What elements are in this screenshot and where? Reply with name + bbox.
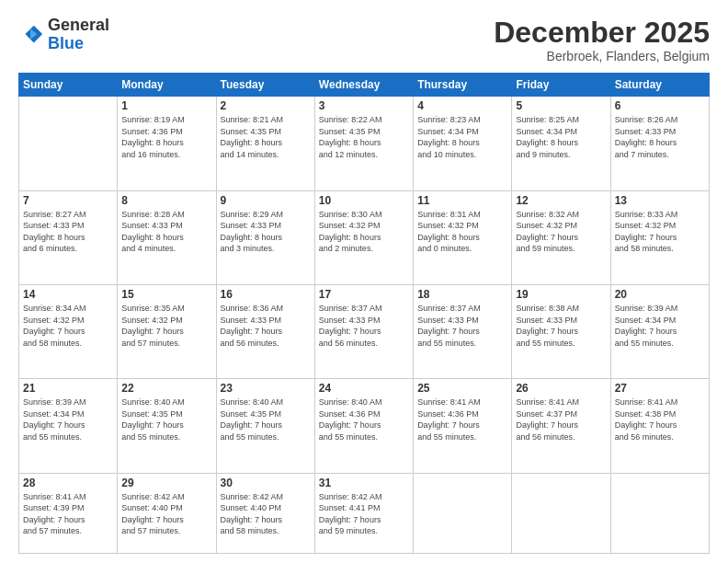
table-row: 19Sunrise: 8:38 AM Sunset: 4:33 PM Dayli… — [512, 284, 610, 378]
day-info: Sunrise: 8:41 AM Sunset: 4:36 PM Dayligh… — [417, 396, 507, 442]
header-sunday: Sunday — [19, 74, 118, 97]
title-block: December 2025 Berbroek, Flanders, Belgiu… — [494, 17, 710, 63]
day-info: Sunrise: 8:22 AM Sunset: 4:35 PM Dayligh… — [319, 114, 409, 160]
table-row: 3Sunrise: 8:22 AM Sunset: 4:35 PM Daylig… — [314, 97, 413, 190]
day-number: 24 — [319, 382, 409, 395]
table-row: 20Sunrise: 8:39 AM Sunset: 4:34 PM Dayli… — [610, 284, 709, 378]
header-wednesday: Wednesday — [314, 74, 413, 97]
day-info: Sunrise: 8:21 AM Sunset: 4:35 PM Dayligh… — [221, 114, 311, 160]
calendar-table: Sunday Monday Tuesday Wednesday Thursday… — [18, 73, 710, 554]
day-info: Sunrise: 8:40 AM Sunset: 4:36 PM Dayligh… — [319, 396, 409, 442]
table-row: 21Sunrise: 8:39 AM Sunset: 4:34 PM Dayli… — [19, 379, 118, 473]
day-info: Sunrise: 8:37 AM Sunset: 4:33 PM Dayligh… — [417, 303, 507, 349]
day-number: 2 — [221, 99, 311, 112]
day-info: Sunrise: 8:32 AM Sunset: 4:32 PM Dayligh… — [516, 209, 606, 255]
day-number: 18 — [417, 288, 507, 301]
table-row: 9Sunrise: 8:29 AM Sunset: 4:33 PM Daylig… — [216, 190, 314, 284]
day-info: Sunrise: 8:40 AM Sunset: 4:35 PM Dayligh… — [121, 396, 211, 442]
day-number: 20 — [615, 288, 705, 301]
table-row: 22Sunrise: 8:40 AM Sunset: 4:35 PM Dayli… — [118, 379, 216, 473]
page: General Blue December 2025 Berbroek, Fla… — [0, 0, 728, 563]
table-row: 10Sunrise: 8:30 AM Sunset: 4:32 PM Dayli… — [314, 190, 413, 284]
day-number: 28 — [23, 477, 113, 489]
table-row — [610, 473, 709, 553]
calendar-week-row: 14Sunrise: 8:34 AM Sunset: 4:32 PM Dayli… — [19, 284, 710, 378]
table-row: 30Sunrise: 8:42 AM Sunset: 4:40 PM Dayli… — [216, 473, 314, 553]
day-info: Sunrise: 8:19 AM Sunset: 4:36 PM Dayligh… — [121, 114, 211, 160]
header-tuesday: Tuesday — [216, 74, 314, 97]
day-info: Sunrise: 8:29 AM Sunset: 4:33 PM Dayligh… — [221, 209, 311, 255]
table-row: 7Sunrise: 8:27 AM Sunset: 4:33 PM Daylig… — [19, 190, 118, 284]
logo: General Blue — [18, 17, 109, 53]
day-info: Sunrise: 8:36 AM Sunset: 4:33 PM Dayligh… — [221, 303, 311, 349]
logo-general: General — [48, 17, 109, 35]
day-info: Sunrise: 8:27 AM Sunset: 4:33 PM Dayligh… — [23, 209, 113, 255]
day-number: 21 — [23, 382, 113, 395]
day-info: Sunrise: 8:26 AM Sunset: 4:33 PM Dayligh… — [615, 114, 705, 160]
day-number: 15 — [121, 288, 211, 301]
calendar-week-row: 21Sunrise: 8:39 AM Sunset: 4:34 PM Dayli… — [19, 379, 710, 473]
table-row: 8Sunrise: 8:28 AM Sunset: 4:33 PM Daylig… — [118, 190, 216, 284]
table-row: 1Sunrise: 8:19 AM Sunset: 4:36 PM Daylig… — [118, 97, 216, 190]
day-info: Sunrise: 8:42 AM Sunset: 4:41 PM Dayligh… — [319, 491, 409, 537]
table-row: 4Sunrise: 8:23 AM Sunset: 4:34 PM Daylig… — [414, 97, 512, 190]
day-number: 25 — [417, 382, 507, 395]
day-info: Sunrise: 8:31 AM Sunset: 4:32 PM Dayligh… — [417, 209, 507, 255]
table-row: 6Sunrise: 8:26 AM Sunset: 4:33 PM Daylig… — [610, 97, 709, 190]
header-monday: Monday — [118, 74, 216, 97]
table-row: 14Sunrise: 8:34 AM Sunset: 4:32 PM Dayli… — [19, 284, 118, 378]
day-info: Sunrise: 8:40 AM Sunset: 4:35 PM Dayligh… — [221, 396, 311, 442]
header-thursday: Thursday — [414, 74, 512, 97]
generalblue-icon — [18, 22, 44, 48]
day-info: Sunrise: 8:23 AM Sunset: 4:34 PM Dayligh… — [417, 114, 507, 160]
logo-blue: Blue — [48, 35, 109, 53]
table-row: 23Sunrise: 8:40 AM Sunset: 4:35 PM Dayli… — [216, 379, 314, 473]
day-number: 11 — [417, 194, 507, 207]
table-row: 11Sunrise: 8:31 AM Sunset: 4:32 PM Dayli… — [414, 190, 512, 284]
day-info: Sunrise: 8:42 AM Sunset: 4:40 PM Dayligh… — [121, 491, 211, 537]
day-number: 29 — [121, 477, 211, 489]
day-number: 16 — [221, 288, 311, 301]
table-row: 17Sunrise: 8:37 AM Sunset: 4:33 PM Dayli… — [314, 284, 413, 378]
header: General Blue December 2025 Berbroek, Fla… — [18, 17, 710, 63]
header-friday: Friday — [512, 74, 610, 97]
day-number: 13 — [615, 194, 705, 207]
table-row: 24Sunrise: 8:40 AM Sunset: 4:36 PM Dayli… — [314, 379, 413, 473]
table-row: 16Sunrise: 8:36 AM Sunset: 4:33 PM Dayli… — [216, 284, 314, 378]
day-number: 12 — [516, 194, 606, 207]
month-title: December 2025 — [494, 17, 710, 49]
calendar-week-row: 7Sunrise: 8:27 AM Sunset: 4:33 PM Daylig… — [19, 190, 710, 284]
day-number: 23 — [221, 382, 311, 395]
day-info: Sunrise: 8:35 AM Sunset: 4:32 PM Dayligh… — [121, 303, 211, 349]
day-info: Sunrise: 8:33 AM Sunset: 4:32 PM Dayligh… — [615, 209, 705, 255]
day-number: 3 — [319, 99, 409, 112]
day-number: 10 — [319, 194, 409, 207]
table-row — [19, 97, 118, 190]
table-row: 31Sunrise: 8:42 AM Sunset: 4:41 PM Dayli… — [314, 473, 413, 553]
table-row: 12Sunrise: 8:32 AM Sunset: 4:32 PM Dayli… — [512, 190, 610, 284]
weekday-header-row: Sunday Monday Tuesday Wednesday Thursday… — [19, 74, 710, 97]
table-row: 2Sunrise: 8:21 AM Sunset: 4:35 PM Daylig… — [216, 97, 314, 190]
location: Berbroek, Flanders, Belgium — [494, 49, 710, 63]
day-info: Sunrise: 8:37 AM Sunset: 4:33 PM Dayligh… — [319, 303, 409, 349]
day-number: 19 — [516, 288, 606, 301]
day-number: 30 — [221, 477, 311, 489]
day-number: 5 — [516, 99, 606, 112]
table-row: 15Sunrise: 8:35 AM Sunset: 4:32 PM Dayli… — [118, 284, 216, 378]
day-info: Sunrise: 8:41 AM Sunset: 4:38 PM Dayligh… — [615, 396, 705, 442]
day-info: Sunrise: 8:38 AM Sunset: 4:33 PM Dayligh… — [516, 303, 606, 349]
day-number: 31 — [319, 477, 409, 489]
day-info: Sunrise: 8:25 AM Sunset: 4:34 PM Dayligh… — [516, 114, 606, 160]
day-number: 9 — [221, 194, 311, 207]
day-info: Sunrise: 8:39 AM Sunset: 4:34 PM Dayligh… — [615, 303, 705, 349]
day-number: 1 — [121, 99, 211, 112]
day-number: 7 — [23, 194, 113, 207]
day-info: Sunrise: 8:42 AM Sunset: 4:40 PM Dayligh… — [221, 491, 311, 537]
table-row: 27Sunrise: 8:41 AM Sunset: 4:38 PM Dayli… — [610, 379, 709, 473]
table-row: 28Sunrise: 8:41 AM Sunset: 4:39 PM Dayli… — [19, 473, 118, 553]
header-saturday: Saturday — [610, 74, 709, 97]
calendar-week-row: 1Sunrise: 8:19 AM Sunset: 4:36 PM Daylig… — [19, 97, 710, 190]
day-info: Sunrise: 8:39 AM Sunset: 4:34 PM Dayligh… — [23, 396, 113, 442]
day-number: 22 — [121, 382, 211, 395]
table-row: 29Sunrise: 8:42 AM Sunset: 4:40 PM Dayli… — [118, 473, 216, 553]
